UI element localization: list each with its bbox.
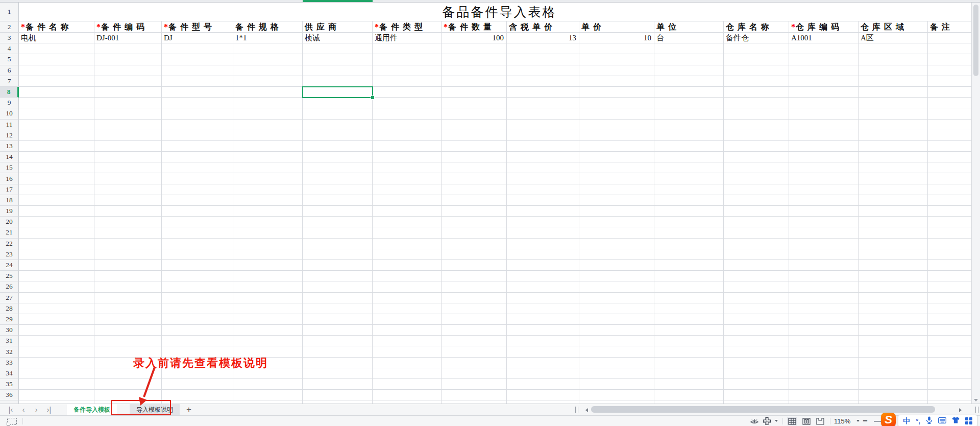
cell[interactable] <box>373 358 442 368</box>
cell[interactable] <box>162 184 233 195</box>
cell[interactable] <box>94 130 162 141</box>
header-cell[interactable]: *仓库编码 <box>789 21 859 33</box>
cell[interactable] <box>507 54 579 65</box>
sheet-title-cell[interactable]: 备品备件导入表格 <box>19 3 980 21</box>
cell[interactable] <box>19 293 94 303</box>
cell[interactable] <box>789 368 859 379</box>
cell[interactable] <box>859 390 928 400</box>
cell[interactable] <box>233 314 303 325</box>
view-page-break-icon[interactable] <box>815 417 825 425</box>
cell[interactable] <box>724 120 789 130</box>
cell[interactable] <box>233 249 303 260</box>
cell[interactable] <box>19 98 94 108</box>
cell[interactable] <box>654 87 724 98</box>
cell[interactable] <box>789 390 859 400</box>
cell[interactable] <box>19 173 94 184</box>
cell[interactable] <box>373 303 442 314</box>
cell[interactable] <box>507 162 579 173</box>
cell[interactable] <box>303 195 373 206</box>
cell[interactable] <box>654 346 724 357</box>
row-number[interactable]: 21 <box>0 227 19 238</box>
cell[interactable] <box>859 206 928 217</box>
cell[interactable] <box>579 239 654 249</box>
ime-keyboard-icon[interactable] <box>938 416 946 425</box>
cell[interactable] <box>233 184 303 195</box>
cell[interactable] <box>789 336 859 346</box>
cell[interactable] <box>373 54 442 65</box>
row-number[interactable]: 6 <box>0 65 19 76</box>
cell[interactable]: DJ-001 <box>94 33 162 43</box>
cell[interactable] <box>579 271 654 281</box>
cell[interactable] <box>442 260 507 271</box>
cell[interactable] <box>654 162 724 173</box>
cell[interactable] <box>442 368 507 379</box>
cell[interactable] <box>442 227 507 238</box>
cell[interactable] <box>442 217 507 227</box>
cell[interactable] <box>654 336 724 346</box>
cell[interactable] <box>724 76 789 87</box>
cell[interactable] <box>373 217 442 227</box>
cell[interactable] <box>724 152 789 162</box>
cell[interactable] <box>789 162 859 173</box>
cell[interactable] <box>579 98 654 108</box>
cell[interactable] <box>724 314 789 325</box>
cell[interactable] <box>507 390 579 400</box>
cell[interactable] <box>233 130 303 141</box>
cell[interactable] <box>579 141 654 152</box>
cell[interactable] <box>233 217 303 227</box>
cell[interactable] <box>507 293 579 303</box>
cell[interactable] <box>579 358 654 368</box>
row-number[interactable]: 11 <box>0 120 19 130</box>
cell[interactable] <box>303 281 373 292</box>
cell[interactable] <box>442 239 507 249</box>
cell[interactable] <box>303 98 373 108</box>
cell[interactable] <box>303 173 373 184</box>
row-number[interactable]: 13 <box>0 141 19 152</box>
cell[interactable] <box>579 379 654 390</box>
cell[interactable] <box>94 162 162 173</box>
cell[interactable] <box>303 130 373 141</box>
header-cell[interactable]: *备件数量 <box>442 21 507 33</box>
cell[interactable] <box>789 152 859 162</box>
cell[interactable] <box>373 271 442 281</box>
cell[interactable] <box>162 281 233 292</box>
ime-microphone-icon[interactable] <box>926 416 933 426</box>
sogou-logo-icon[interactable]: S <box>881 413 896 426</box>
cell[interactable] <box>303 239 373 249</box>
cell[interactable] <box>507 227 579 238</box>
cell[interactable] <box>654 358 724 368</box>
cell[interactable] <box>162 271 233 281</box>
cell[interactable] <box>507 325 579 336</box>
cell[interactable] <box>789 98 859 108</box>
cell[interactable] <box>442 281 507 292</box>
cell[interactable] <box>654 314 724 325</box>
cell[interactable] <box>233 239 303 249</box>
cell[interactable] <box>724 184 789 195</box>
cell[interactable] <box>303 184 373 195</box>
cell[interactable] <box>303 314 373 325</box>
cell[interactable]: A区 <box>859 33 928 43</box>
cell[interactable] <box>303 271 373 281</box>
cell[interactable] <box>859 87 928 98</box>
cell[interactable]: 100 <box>442 33 507 43</box>
cell[interactable] <box>94 108 162 119</box>
row-number[interactable]: 31 <box>0 336 19 346</box>
cell[interactable] <box>507 43 579 54</box>
cell[interactable] <box>442 379 507 390</box>
cell[interactable] <box>373 314 442 325</box>
cell[interactable] <box>373 98 442 108</box>
header-cell[interactable]: *备件编码 <box>94 21 162 33</box>
cell[interactable] <box>19 379 94 390</box>
cell[interactable] <box>654 195 724 206</box>
row-number[interactable]: 28 <box>0 303 19 314</box>
cell[interactable] <box>94 260 162 271</box>
cell[interactable] <box>507 358 579 368</box>
cell[interactable] <box>19 271 94 281</box>
view-normal-icon[interactable] <box>787 417 797 425</box>
cell[interactable] <box>724 141 789 152</box>
row-number[interactable]: 15 <box>0 162 19 173</box>
row-number[interactable]: 27 <box>0 293 19 303</box>
cell[interactable] <box>19 368 94 379</box>
cell[interactable] <box>19 54 94 65</box>
header-cell[interactable]: 仓库区域 <box>859 21 928 33</box>
